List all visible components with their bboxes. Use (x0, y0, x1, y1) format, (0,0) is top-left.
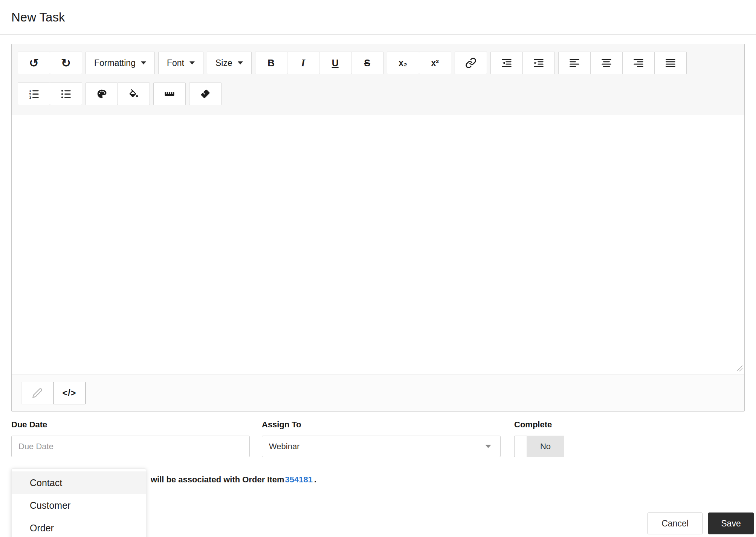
bold-button[interactable]: B (255, 52, 287, 74)
text-color-button[interactable] (86, 83, 118, 105)
due-date-input[interactable] (11, 436, 250, 457)
page-title: New Task (11, 10, 65, 24)
complete-toggle[interactable]: No (514, 436, 564, 457)
align-left-button[interactable] (558, 52, 591, 74)
toolbar-row-2: 123 (18, 83, 738, 105)
redo-icon: ↻ (61, 57, 71, 69)
unordered-list-button[interactable] (50, 83, 82, 105)
toggle-slider (514, 436, 527, 457)
dialog-actions: Cancel Save (648, 513, 754, 534)
align-right-button[interactable] (622, 52, 655, 74)
subscript-icon: x₂ (399, 59, 407, 67)
font-dropdown-button[interactable]: Font (158, 52, 203, 74)
association-note: will be associated with Order Item354181… (151, 475, 316, 485)
font-label: Font (167, 58, 184, 68)
undo-button[interactable]: ↺ (18, 52, 50, 74)
pencil-icon (32, 388, 43, 398)
remove-format-button[interactable] (189, 83, 221, 105)
outdent-icon (501, 57, 512, 69)
align-left-icon (569, 57, 580, 69)
code-view-button[interactable]: </> (53, 382, 86, 404)
complete-field: Complete No (514, 420, 564, 457)
assign-to-value: Webinar (269, 442, 300, 451)
new-task-dialog: { "page": { "title": "New Task" }, "edit… (0, 0, 756, 537)
undo-icon: ↺ (29, 57, 39, 69)
fill-color-button[interactable] (118, 83, 150, 105)
increase-indent-button[interactable] (522, 52, 555, 74)
assign-to-select[interactable]: Webinar (262, 436, 501, 457)
code-icon: </> (63, 388, 76, 398)
italic-icon: I (301, 58, 305, 68)
editor-toolbar: ↺ ↻ Formatting Font Size (12, 44, 744, 115)
palette-icon (96, 88, 107, 99)
subscript-button[interactable]: x₂ (387, 52, 419, 74)
eraser-icon (200, 88, 211, 99)
size-dropdown-button[interactable]: Size (207, 52, 252, 74)
align-center-button[interactable] (590, 52, 623, 74)
caret-down-icon (238, 61, 243, 64)
svg-text:3: 3 (29, 96, 31, 99)
dropdown-option-contact[interactable]: Contact (12, 471, 146, 494)
superscript-icon: x² (431, 59, 438, 67)
editor-body[interactable] (12, 115, 744, 375)
align-justify-icon (665, 57, 676, 69)
toggle-value: No (527, 436, 564, 457)
dropdown-option-customer[interactable]: Customer (12, 494, 146, 517)
superscript-button[interactable]: x² (419, 52, 451, 74)
dropdown-option-order[interactable]: Order (12, 517, 146, 537)
unordered-list-icon (60, 88, 72, 99)
assign-to-field: Assign To Webinar (262, 420, 501, 457)
horizontal-rule-button[interactable] (153, 83, 186, 105)
link-icon (465, 57, 477, 69)
strikethrough-button[interactable]: S (351, 52, 383, 74)
caret-down-icon (189, 61, 195, 64)
italic-button[interactable]: I (287, 52, 319, 74)
save-button[interactable]: Save (708, 513, 754, 534)
note-text: will be associated with Order Item (151, 475, 284, 484)
indent-icon (533, 57, 544, 69)
caret-down-icon (141, 61, 146, 64)
formatting-label: Formatting (94, 58, 136, 68)
insert-link-button[interactable] (455, 52, 487, 74)
caret-down-icon (485, 445, 491, 448)
assign-to-label: Assign To (262, 420, 501, 430)
ruler-icon (164, 88, 175, 99)
strikethrough-icon: S (364, 58, 370, 68)
note-suffix: . (314, 475, 316, 484)
wysiwyg-mode-button[interactable] (21, 382, 53, 404)
page-header: New Task (0, 0, 756, 35)
cancel-button[interactable]: Cancel (648, 513, 703, 534)
bold-icon: B (267, 58, 275, 68)
align-justify-button[interactable] (654, 52, 687, 74)
rich-text-editor: ↺ ↻ Formatting Font Size (11, 44, 745, 412)
underline-icon: U (332, 58, 339, 68)
resize-handle[interactable] (735, 363, 743, 373)
align-center-icon (601, 57, 612, 69)
redo-button[interactable]: ↻ (50, 52, 82, 74)
align-right-icon (633, 57, 644, 69)
entity-dropdown-menu: Contact Customer Order (11, 468, 146, 537)
editor-footer: </> (12, 375, 744, 411)
underline-button[interactable]: U (319, 52, 351, 74)
decrease-indent-button[interactable] (490, 52, 523, 74)
ordered-list-button[interactable]: 123 (18, 83, 50, 105)
order-item-link[interactable]: 354181 (285, 475, 313, 484)
due-date-label: Due Date (11, 420, 250, 430)
due-date-field: Due Date (11, 420, 250, 457)
paint-bucket-icon (128, 88, 139, 99)
ordered-list-icon: 123 (28, 88, 40, 99)
complete-label: Complete (514, 420, 564, 430)
size-label: Size (215, 58, 232, 68)
toolbar-row-1: ↺ ↻ Formatting Font Size (18, 52, 738, 74)
formatting-dropdown-button[interactable]: Formatting (86, 52, 155, 74)
